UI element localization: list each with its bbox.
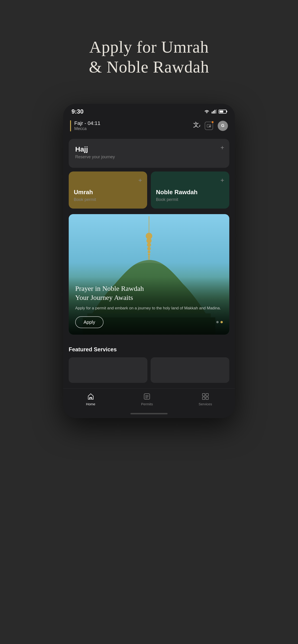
nav-services-label: Services	[199, 402, 212, 406]
svg-point-14	[147, 250, 151, 253]
hajj-title: Hajj	[75, 145, 223, 153]
umrah-card[interactable]: + Umrah Book permit	[69, 172, 147, 208]
pip-button[interactable]	[205, 122, 213, 130]
svg-rect-21	[90, 398, 91, 399]
noble-subtitle: Book permit	[156, 197, 224, 202]
svg-point-0	[206, 112, 207, 113]
hajj-subtitle: Reserve your journey	[75, 154, 223, 160]
dot-1	[216, 321, 219, 323]
bottom-navigation: Home Permits	[63, 388, 235, 411]
banner-footer: Apply	[75, 316, 223, 328]
featured-section: Featured Services	[63, 346, 235, 388]
nav-permits[interactable]: Permits	[141, 392, 153, 406]
signal-icon	[212, 110, 217, 114]
featured-cards	[69, 357, 229, 383]
pip-notification-dot	[212, 121, 214, 123]
main-content: + Hajj Reserve your journey + Umrah Book…	[63, 134, 235, 346]
services-icon	[201, 392, 210, 401]
hero-title: Apply for Umrah & Noble Rawdah	[89, 37, 209, 77]
svg-rect-4	[216, 110, 217, 114]
svg-rect-26	[202, 394, 205, 396]
apply-button[interactable]: Apply	[75, 316, 103, 328]
dot-2	[220, 321, 223, 323]
svg-rect-7	[209, 126, 211, 127]
banner-description: Apply for a permit and embark on a journ…	[75, 305, 223, 311]
nav-services[interactable]: Services	[199, 392, 212, 406]
banner-title: Prayer in Noble RawdahYour Journey Await…	[75, 284, 223, 302]
banner-card: Prayer in Noble RawdahYour Journey Await…	[69, 214, 229, 335]
svg-rect-2	[213, 111, 214, 114]
battery-icon	[219, 110, 227, 114]
svg-point-15	[148, 254, 150, 256]
svg-rect-29	[206, 397, 208, 400]
home-bar	[130, 413, 168, 414]
svg-rect-27	[206, 394, 208, 396]
svg-point-11	[146, 238, 152, 243]
avatar-button[interactable]: G	[218, 121, 228, 131]
prayer-name: Fajr - 04:11	[74, 120, 100, 126]
prayer-location: Mecca	[74, 126, 100, 131]
svg-point-16	[148, 256, 150, 258]
prayer-accent-bar	[70, 120, 71, 132]
umrah-title: Umrah	[74, 189, 142, 196]
small-cards-row: + Umrah Book permit + Noble Rawdah Book …	[69, 172, 229, 208]
featured-title: Featured Services	[69, 346, 229, 353]
hajj-card[interactable]: + Hajj Reserve your journey	[69, 139, 229, 168]
carousel-dots	[216, 321, 223, 323]
svg-point-17	[148, 258, 150, 260]
status-bar: 9:30	[63, 104, 235, 118]
status-icons	[204, 109, 227, 114]
umrah-plus-button[interactable]: +	[138, 176, 142, 184]
phone-frame: 9:30 Fajr	[63, 104, 235, 418]
prayer-actions: 文A G	[193, 121, 228, 131]
svg-rect-1	[212, 112, 213, 114]
status-time: 9:30	[71, 108, 84, 115]
nav-home-label: Home	[86, 402, 95, 406]
translate-icon[interactable]: 文A	[193, 122, 200, 130]
noble-title: Noble Rawdah	[156, 189, 224, 196]
hajj-plus-button[interactable]: +	[220, 144, 224, 151]
noble-plus-button[interactable]: +	[220, 176, 224, 184]
hero-section: Apply for Umrah & Noble Rawdah	[89, 18, 209, 91]
permits-icon	[143, 392, 151, 401]
prayer-info: Fajr - 04:11 Mecca	[70, 120, 100, 132]
umrah-card-inner: Umrah Book permit	[74, 176, 142, 202]
svg-point-13	[147, 247, 151, 250]
svg-text:文A: 文A	[193, 122, 200, 128]
home-indicator	[63, 411, 235, 418]
prayer-text: Fajr - 04:11 Mecca	[74, 120, 100, 131]
noble-card-inner: Noble Rawdah Book permit	[156, 176, 224, 202]
nav-home[interactable]: Home	[86, 392, 95, 406]
noble-rawdah-card[interactable]: + Noble Rawdah Book permit	[151, 172, 229, 208]
svg-rect-28	[202, 397, 205, 400]
svg-rect-3	[214, 110, 215, 114]
umrah-subtitle: Book permit	[74, 197, 142, 202]
svg-point-12	[147, 243, 151, 247]
banner-overlay: Prayer in Noble RawdahYour Journey Await…	[69, 277, 229, 335]
home-icon	[87, 392, 95, 401]
featured-card-1[interactable]	[69, 357, 147, 383]
featured-card-2[interactable]	[151, 357, 229, 383]
prayer-bar: Fajr - 04:11 Mecca 文A G	[63, 118, 235, 134]
nav-permits-label: Permits	[141, 402, 153, 406]
wifi-icon	[204, 109, 210, 114]
